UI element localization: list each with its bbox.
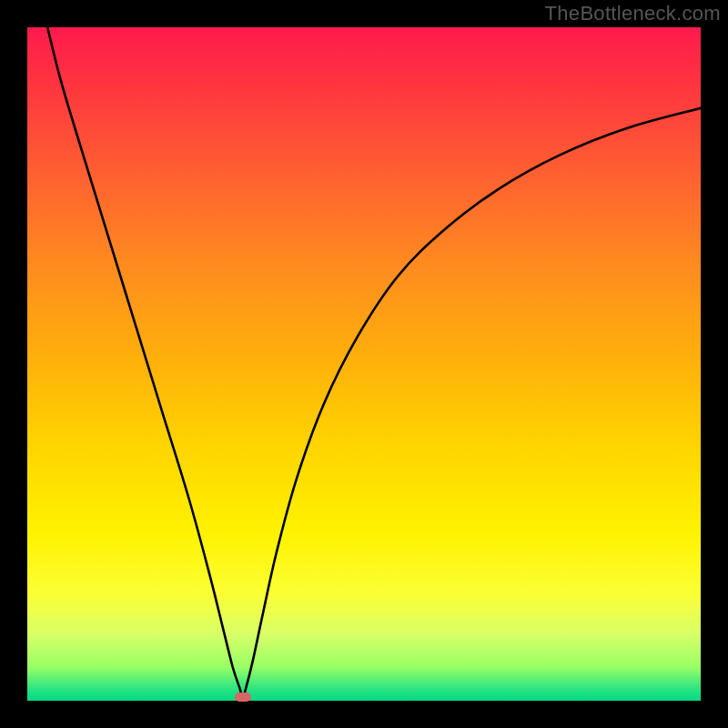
- watermark-label: TheBottleneck.com: [545, 2, 721, 25]
- chart-frame: TheBottleneck.com: [0, 0, 728, 728]
- curve-svg: [27, 27, 701, 701]
- bottleneck-marker: [235, 693, 251, 702]
- plot-area: [27, 27, 701, 701]
- bottleneck-curve: [47, 27, 701, 697]
